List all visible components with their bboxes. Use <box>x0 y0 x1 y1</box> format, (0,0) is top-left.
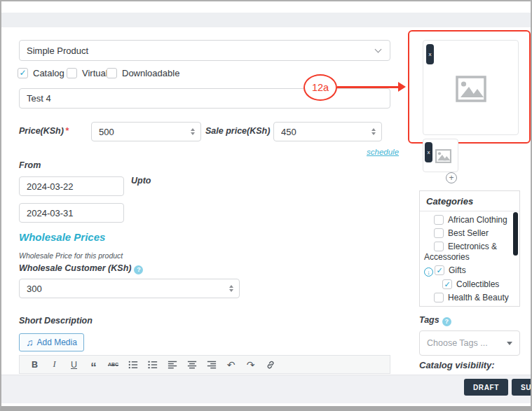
top-band <box>1 13 531 27</box>
sale-price-label: Sale price(KSh) <box>205 126 270 136</box>
remove-image-label: x <box>429 51 432 57</box>
category-item[interactable]: Collectibles <box>424 279 515 290</box>
annotation-arrow-line <box>337 86 400 88</box>
strikethrough-icon[interactable]: ABC <box>105 357 121 372</box>
category-checkbox[interactable] <box>434 215 444 225</box>
align-left-icon[interactable] <box>164 357 180 372</box>
category-item[interactable]: Home & Kitchen <box>424 306 515 307</box>
underline-icon[interactable]: U <box>66 357 82 372</box>
price-field-wrap <box>91 122 201 141</box>
tags-placeholder: Choose Tags ... <box>427 338 488 348</box>
virtual-checkbox[interactable] <box>67 68 77 78</box>
draft-button[interactable]: DRAFT <box>464 379 508 396</box>
product-edit-page: Simple Product Catalog Virtual Downloada… <box>1 1 531 406</box>
wholesale-note: Wholesale Price for this product <box>19 251 123 260</box>
add-image-button[interactable]: + <box>446 172 457 183</box>
sale-price-input[interactable] <box>273 122 382 141</box>
category-label: Home & Kitchen <box>448 306 509 307</box>
categories-title: Categories <box>420 191 519 211</box>
annotation-callout-12a: 12a <box>303 74 337 101</box>
wholesale-field-wrap <box>19 279 240 298</box>
number-stepper-icon[interactable] <box>229 285 233 292</box>
categories-list: African Clothing Best Seller Electronics… <box>420 211 519 307</box>
info-icon[interactable]: ? <box>134 265 143 274</box>
virtual-checkbox-label: Virtual <box>82 68 108 78</box>
wholesale-prices-heading: Wholesale Prices <box>19 231 105 243</box>
checkbox-downloadable[interactable]: Downloadable <box>107 68 179 78</box>
redo-icon[interactable]: ↷ <box>243 357 259 372</box>
image-placeholder-icon <box>435 149 451 163</box>
submit-button[interactable]: SUBMIT <box>512 379 531 396</box>
downloadable-checkbox[interactable] <box>107 68 117 78</box>
category-item[interactable]: African Clothing <box>424 215 515 225</box>
date-from-input[interactable] <box>19 176 124 196</box>
blockquote-icon[interactable]: “ <box>86 357 102 372</box>
catalog-visibility-label: Catalog visibility: <box>419 360 495 370</box>
footer-bar: DRAFT SUBMIT <box>1 375 531 403</box>
category-label: Collectibles <box>456 279 499 289</box>
category-checkbox[interactable] <box>434 306 444 307</box>
date-upto-input[interactable] <box>19 203 124 223</box>
required-asterisk: * <box>65 126 69 136</box>
dropdown-arrow-icon <box>507 342 512 345</box>
number-stepper-icon[interactable] <box>371 128 376 135</box>
category-item-gifts[interactable]: ↓Gifts <box>424 265 515 277</box>
bold-icon[interactable]: B <box>27 357 43 372</box>
wholesale-customer-label: Wholesale Customer (KSh)? <box>19 263 143 274</box>
price-label: Price(KSh)* <box>19 126 69 136</box>
category-checkbox[interactable] <box>442 279 452 289</box>
expand-category-icon[interactable]: ↓ <box>424 267 433 277</box>
annotation-label: 12a <box>312 82 329 93</box>
media-icon: ♫ <box>26 337 34 348</box>
numbered-list-icon[interactable] <box>144 357 161 372</box>
image-placeholder-icon <box>456 76 486 102</box>
remove-thumb-button[interactable]: x <box>425 142 432 162</box>
checkbox-catalog[interactable]: Catalog <box>18 68 64 78</box>
tags-label: Tags? <box>419 315 451 326</box>
richtext-toolbar: B I U “ ABC ↶ ↷ <box>19 355 390 374</box>
bulleted-list-icon[interactable] <box>125 357 141 372</box>
link-icon[interactable] <box>262 357 278 372</box>
tags-select[interactable]: Choose Tags ... <box>419 330 520 356</box>
category-checkbox[interactable] <box>434 242 444 251</box>
short-description-label: Short Description <box>19 316 93 326</box>
date-upto-label: Upto <box>131 176 151 186</box>
category-checkbox[interactable] <box>435 265 444 275</box>
annotation-arrow-head <box>398 82 406 92</box>
category-item[interactable]: Best Seller <box>424 228 515 239</box>
catalog-checkbox-label: Catalog <box>33 68 64 78</box>
info-icon[interactable]: ? <box>442 317 451 326</box>
categories-scrollbar[interactable] <box>513 212 518 256</box>
category-label: Health & Beauty <box>448 293 509 302</box>
chevron-down-icon <box>375 46 382 53</box>
downloadable-checkbox-label: Downloadable <box>122 68 179 78</box>
product-type-select[interactable]: Simple Product <box>19 40 390 61</box>
number-stepper-icon[interactable] <box>191 128 195 135</box>
schedule-link[interactable]: schedule <box>367 148 399 156</box>
categories-panel: Categories African Clothing Best Seller … <box>419 190 520 307</box>
add-media-button[interactable]: ♫ Add Media <box>19 333 84 351</box>
align-center-icon[interactable] <box>184 357 200 372</box>
sale-price-field-wrap <box>273 122 382 141</box>
featured-image-card[interactable] <box>423 40 519 135</box>
app-window: Simple Product Catalog Virtual Downloada… <box>0 0 532 411</box>
category-item[interactable]: Health & Beauty <box>424 293 515 303</box>
undo-icon[interactable]: ↶ <box>223 357 239 372</box>
date-from-label: From <box>19 160 41 170</box>
category-label: Best Seller <box>448 228 489 238</box>
align-right-icon[interactable] <box>203 357 219 372</box>
category-label: Gifts <box>449 265 466 275</box>
wholesale-customer-input[interactable] <box>19 279 240 298</box>
checkbox-virtual[interactable]: Virtual <box>67 68 108 78</box>
category-checkbox[interactable] <box>434 228 444 238</box>
add-media-label: Add Media <box>37 337 77 347</box>
category-item[interactable]: Electronics & Accessories <box>424 242 515 263</box>
price-input[interactable] <box>91 122 201 141</box>
product-type-value: Simple Product <box>27 46 88 56</box>
catalog-checkbox[interactable] <box>18 68 28 78</box>
remove-image-label: x <box>428 149 430 155</box>
italic-icon[interactable]: I <box>46 357 62 372</box>
remove-image-button[interactable]: x <box>426 44 434 64</box>
category-label: African Clothing <box>448 215 507 225</box>
category-checkbox[interactable] <box>434 293 444 302</box>
